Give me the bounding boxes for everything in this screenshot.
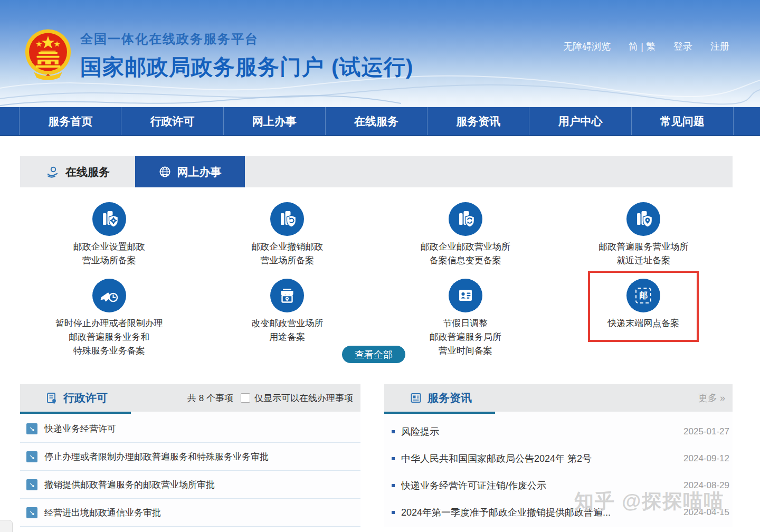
bullet-icon (392, 430, 395, 433)
stamp-glyph: 邮 (639, 290, 648, 301)
more-link[interactable]: 更多 » (698, 392, 725, 404)
bottom-panels: 行政许可 共 8 个事项 仅显示可以在线办理事项 ↘ 快递业务经营许可 ↘ 停止… (20, 384, 733, 527)
nav-item-online-services[interactable]: 在线服务 (326, 107, 428, 135)
nav-item-service-news[interactable]: 服务资讯 (428, 107, 529, 135)
business-place-revoke-icon (270, 202, 304, 236)
tab-online-handling[interactable]: 网上办事 (135, 156, 245, 187)
tab-label: 网上办事 (177, 165, 222, 179)
service-news-title: 服务资讯 (410, 391, 472, 405)
permit-row-express-license[interactable]: ↘ 快递业务经营许可 (20, 415, 360, 443)
news-row[interactable]: 风险提示 2025-01-27 (384, 418, 733, 445)
service-item-express-endpoint[interactable]: 邮 快递末端网点备案 (555, 279, 733, 358)
national-emblem-logo (24, 28, 72, 82)
news-date: 2024-04-15 (683, 507, 733, 518)
news-date: 2025-01-27 (683, 426, 733, 437)
platform-subtitle: 全国一体化在线政务服务平台 (80, 31, 413, 48)
service-label: 邮政企业邮政营业场所 备案信息变更备案 (421, 240, 510, 268)
permit-row-cross-border-approval[interactable]: ↘ 经营进出境邮政通信业务审批 (20, 499, 360, 527)
suspend-service-icon (92, 279, 126, 312)
bullet-icon (392, 511, 395, 514)
service-label: 暂时停止办理或者限制办理 邮政普遍服务业务和 特殊服务业务备案 (55, 317, 163, 358)
service-label: 邮政普遍服务营业场所 就近迁址备案 (598, 240, 688, 268)
tab-label: 在线服务 (65, 165, 110, 179)
news-list: 风险提示 2025-01-27 中华人民共和国国家邮政局公告2024年 第2号 … (384, 412, 733, 526)
admin-permits-header: 行政许可 共 8 个事项 仅显示可以在线办理事项 (20, 384, 360, 412)
service-news-header: 服务资讯 更多 » (384, 384, 733, 412)
permit-row-stop-limit-approval[interactable]: ↘ 停止办理或者限制办理邮政普遍服务和特殊服务业务审批 (20, 443, 360, 471)
arrow-icon: ↘ (26, 423, 37, 434)
change-usage-icon (270, 279, 304, 312)
news-row[interactable]: 2024年第一季度准予邮政企业撤销提供邮政普遍... 2024-04-15 (384, 499, 733, 526)
holiday-adjust-icon (449, 279, 482, 312)
page-header: 全国一体化在线政务服务平台 国家邮政局政务服务门户(试运行) 无障碍浏览 简 |… (0, 0, 760, 107)
admin-permits-title: 行政许可 (45, 391, 108, 405)
news-row[interactable]: 中华人民共和国国家邮政局公告2024年 第2号 2024-09-12 (384, 445, 733, 472)
online-only-checkbox[interactable] (241, 393, 250, 403)
services-grid: 邮政企业设置邮政 营业场所备案 邮政企业撤销邮政 营业场所备案 (20, 187, 733, 358)
permit-document-icon (45, 392, 58, 404)
globe-icon (159, 166, 171, 178)
view-all-button[interactable]: 查看全部 (342, 346, 405, 363)
accessibility-link[interactable]: 无障碍浏览 (563, 40, 611, 53)
panel-underline (384, 412, 495, 414)
service-label: 邮政企业撤销邮政 营业场所备案 (251, 240, 323, 268)
relocation-icon (626, 202, 660, 236)
language-toggle-link[interactable]: 简 | 繁 (629, 40, 656, 53)
newspaper-icon (410, 392, 422, 404)
corner-widget (0, 520, 13, 532)
news-date: 2024-09-12 (683, 453, 733, 464)
permit-list: ↘ 快递业务经营许可 ↘ 停止办理或者限制办理邮政普遍服务和特殊服务业务审批 ↘… (20, 412, 360, 527)
nav-item-faq[interactable]: 常见问题 (632, 107, 734, 135)
service-label: 快递末端网点备案 (607, 317, 679, 330)
header-utility-links: 无障碍浏览 简 | 繁 登录 注册 (563, 40, 729, 53)
service-label: 邮政企业设置邮政 营业场所备案 (73, 240, 145, 268)
express-endpoint-stamp-icon: 邮 (626, 279, 660, 312)
main-navbar: 服务首页 行政许可 网上办事 在线服务 服务资讯 用户中心 常见问题 (0, 107, 760, 136)
news-row[interactable]: 快递业务经营许可证注销/作废公示 2024-08-29 (384, 472, 733, 499)
service-news-panel: 服务资讯 更多 » 风险提示 2025-01-27 中华人民共和国国家邮政局公告… (384, 384, 733, 527)
trial-run-suffix: (试运行) (331, 55, 413, 79)
service-item-revoke-business-place[interactable]: 邮政企业撤销邮政 营业场所备案 (198, 202, 377, 268)
arrow-icon: ↘ (26, 451, 37, 462)
nav-item-user-center[interactable]: 用户中心 (529, 107, 631, 135)
business-place-change-icon (449, 202, 482, 236)
nav-item-home[interactable]: 服务首页 (19, 107, 121, 135)
permit-row-revoke-place-approval[interactable]: ↘ 撤销提供邮政普遍服务的邮政营业场所审批 (20, 471, 360, 499)
service-hand-icon (46, 166, 59, 178)
service-item-suspend-service[interactable]: 暂时停止办理或者限制办理 邮政普遍服务业务和 特殊服务业务备案 (20, 279, 198, 358)
admin-permits-panel: 行政许可 共 8 个事项 仅显示可以在线办理事项 ↘ 快递业务经营许可 ↘ 停止… (20, 384, 360, 527)
service-item-change-filing-info[interactable]: 邮政企业邮政营业场所 备案信息变更备案 (376, 202, 555, 268)
register-link[interactable]: 注册 (710, 40, 729, 53)
bullet-icon (392, 484, 395, 487)
bullet-icon (392, 457, 395, 460)
panel-underline (20, 412, 131, 414)
online-only-label: 仅显示可以在线办理事项 (254, 392, 353, 404)
section-tabstrip: 在线服务 网上办事 (20, 156, 733, 187)
arrow-icon: ↘ (26, 479, 37, 490)
service-item-holiday-adjust[interactable]: 节假日调整 邮政普遍服务局所 营业时间备案 (376, 279, 555, 358)
tab-online-services[interactable]: 在线服务 (20, 156, 135, 187)
arrow-icon: ↘ (26, 507, 37, 518)
service-item-setup-business-place[interactable]: 邮政企业设置邮政 营业场所备案 (20, 202, 198, 268)
nav-item-admin-permits[interactable]: 行政许可 (121, 107, 223, 135)
business-place-setup-icon (92, 202, 126, 236)
service-label: 改变邮政营业场所 用途备案 (251, 317, 323, 344)
service-item-relocation[interactable]: 邮政普遍服务营业场所 就近迁址备案 (555, 202, 733, 268)
service-label: 节假日调整 邮政普遍服务局所 营业时间备案 (430, 317, 501, 358)
news-date: 2024-08-29 (683, 480, 733, 491)
nav-item-online-handling[interactable]: 网上办事 (224, 107, 326, 135)
login-link[interactable]: 登录 (673, 40, 692, 53)
page-title: 国家邮政局政务服务门户(试运行) (80, 53, 413, 82)
permit-count: 共 8 个事项 (187, 392, 233, 404)
